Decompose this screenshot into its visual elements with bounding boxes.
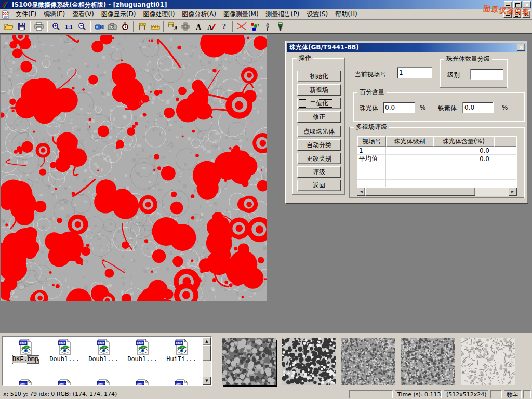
- dialog-title: 珠光体(GB/T9441-88): [289, 43, 359, 52]
- zoom-out-icon[interactable]: [75, 21, 88, 32]
- scroll-down-icon[interactable]: ▼: [203, 377, 211, 385]
- measure-text-icon[interactable]: A: [166, 21, 179, 32]
- svg-text:BMP: BMP: [20, 342, 26, 345]
- menu-help[interactable]: 帮助(H): [331, 9, 361, 20]
- file-item[interactable]: BMP: [163, 379, 200, 386]
- level-input[interactable]: [470, 69, 503, 80]
- thumbnail-image-1[interactable]: [222, 338, 276, 385]
- file-item[interactable]: BMP DKF.bmp: [7, 339, 44, 363]
- status-time-text: Time (s): 0.113: [395, 390, 442, 398]
- change-class-button[interactable]: 更改类别: [297, 153, 341, 164]
- toolbar-separator: [232, 21, 233, 32]
- toolbar: 1:1 A A A ?: [0, 20, 532, 33]
- zoom-in-icon[interactable]: [49, 21, 62, 32]
- svg-text:BMP: BMP: [59, 382, 65, 385]
- pixel-grid-icon[interactable]: [179, 21, 192, 32]
- print-icon[interactable]: [32, 21, 45, 32]
- col-pearlite-level[interactable]: 珠光体级别: [386, 136, 433, 147]
- table-hscrollbar[interactable]: ◄ ►: [357, 188, 517, 196]
- save-file-icon[interactable]: [15, 21, 28, 32]
- file-item[interactable]: BMP Doubl...: [46, 339, 83, 363]
- timer-clock-icon[interactable]: [118, 21, 131, 32]
- current-field-input[interactable]: [397, 67, 432, 78]
- status-panel-empty: [523, 390, 531, 398]
- file-list-scrollbar[interactable]: ▲ ▼: [203, 337, 211, 385]
- svg-text:DOC: DOC: [3, 12, 9, 15]
- thumbnail-image-4[interactable]: [401, 338, 455, 385]
- scroll-thumb[interactable]: [203, 345, 211, 361]
- menu-image-processing[interactable]: 图像处理(I): [139, 9, 178, 20]
- picker-pen-icon[interactable]: [261, 21, 274, 32]
- col-ferrite[interactable]: 铁素体: [494, 136, 517, 147]
- menu-edit[interactable]: 编辑(E): [40, 9, 69, 20]
- bmp-file-icon: BMP: [97, 339, 110, 355]
- toolbar-separator: [163, 21, 164, 32]
- return-button[interactable]: 返回: [297, 180, 341, 191]
- file-name[interactable]: Doubl...: [49, 356, 79, 363]
- auto-classify-button[interactable]: 自动分类: [297, 139, 341, 151]
- help-icon[interactable]: ?: [218, 21, 231, 32]
- file-name[interactable]: Doubl...: [88, 356, 118, 363]
- scroll-left-icon[interactable]: ◄: [357, 188, 365, 196]
- bmp-file-icon: BMP: [19, 339, 32, 355]
- grading-group-label: 珠光体数量分级: [444, 55, 492, 63]
- toolbar-separator: [30, 21, 31, 32]
- file-item[interactable]: BMP: [85, 379, 122, 386]
- text-annotation-icon[interactable]: A: [192, 21, 205, 32]
- table-row[interactable]: 平均值 0.0: [357, 155, 517, 163]
- status-mode-text: 数字: [504, 390, 522, 398]
- ferrite-input[interactable]: [462, 102, 494, 113]
- init-button[interactable]: 初始化: [297, 71, 341, 82]
- file-item[interactable]: BMP Doubl...: [124, 339, 161, 363]
- col-pearlite-pct[interactable]: 珠光体含量(%): [433, 136, 494, 147]
- menu-image-measure[interactable]: 图像测量(M): [220, 9, 262, 20]
- thumbnail-image-3[interactable]: [341, 338, 395, 385]
- micrograph-image[interactable]: [1, 35, 267, 301]
- menu-settings[interactable]: 设置(S): [303, 9, 331, 20]
- thumbnail-image-5[interactable]: [461, 338, 515, 385]
- actual-size-icon[interactable]: 1:1: [62, 21, 75, 32]
- menu-view[interactable]: 查看(V): [69, 9, 98, 20]
- edit-annotation-icon[interactable]: A: [205, 21, 218, 32]
- col-field-no[interactable]: 视场号: [357, 136, 386, 147]
- menu-image-display[interactable]: 图像显示(D): [98, 9, 140, 20]
- thumbnail-image-2[interactable]: [282, 338, 336, 385]
- file-item[interactable]: BMP: [124, 379, 161, 386]
- file-item[interactable]: BMP HuiTi...: [163, 339, 200, 363]
- caliper-icon[interactable]: [136, 21, 149, 32]
- new-field-button[interactable]: 新视场: [297, 84, 341, 96]
- correct-button[interactable]: 修正: [297, 111, 341, 123]
- file-name[interactable]: DKF.bmp: [12, 356, 38, 363]
- menu-file[interactable]: 文件(F): [12, 9, 40, 20]
- dialog-close-icon[interactable]: ×: [517, 44, 525, 51]
- video-camera-icon[interactable]: [92, 21, 105, 32]
- application-window: IS100显微摄像系统(金相分析版) - [zhuguangti01] × 固原…: [0, 0, 532, 399]
- file-item[interactable]: BMP: [46, 379, 83, 386]
- curve-tool-icon[interactable]: [235, 21, 248, 32]
- paint-brush-icon[interactable]: [274, 21, 287, 32]
- toolbar-separator: [133, 21, 134, 32]
- scroll-right-icon[interactable]: ►: [509, 188, 517, 196]
- menu-measure-report[interactable]: 测量报告(P): [262, 9, 303, 20]
- multifield-group: 多视场评级 视场号 珠光体级别 珠光体含量(%) 铁素体 1 0.0: [349, 127, 524, 198]
- still-camera-icon[interactable]: [105, 21, 118, 32]
- app-icon: [2, 1, 10, 8]
- table-row[interactable]: 1 0.0: [357, 147, 517, 155]
- cell-level: [386, 155, 433, 163]
- file-item[interactable]: BMP: [7, 379, 44, 386]
- file-name[interactable]: Doubl...: [127, 356, 157, 363]
- binarize-button[interactable]: 二值化: [297, 98, 341, 109]
- file-item[interactable]: BMP Doubl...: [85, 339, 122, 363]
- grade-button[interactable]: 评级: [297, 166, 341, 178]
- scroll-up-icon[interactable]: ▲: [203, 337, 211, 345]
- menu-image-analysis[interactable]: 图像分析(A): [178, 9, 220, 20]
- title-bar: IS100显微摄像系统(金相分析版) - [zhuguangti01] ×: [0, 0, 532, 9]
- open-file-icon[interactable]: [2, 21, 15, 32]
- file-name[interactable]: HuiTi...: [166, 356, 196, 363]
- ruler-icon[interactable]: [149, 21, 162, 32]
- count-points-icon[interactable]: 3: [248, 21, 261, 32]
- pick-pearlite-button[interactable]: 点取珠光体: [297, 126, 341, 137]
- pearlite-input[interactable]: [383, 102, 415, 113]
- table-header-row: 视场号 珠光体级别 珠光体含量(%) 铁素体: [357, 136, 517, 147]
- scroll-thumb[interactable]: [365, 188, 475, 196]
